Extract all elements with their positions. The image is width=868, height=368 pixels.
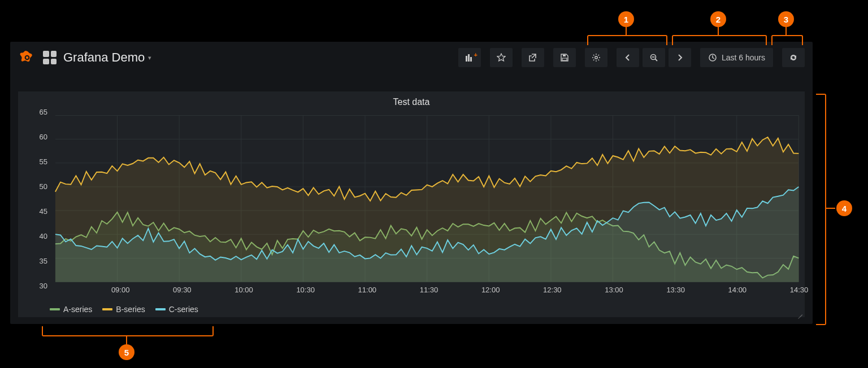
settings-button[interactable] xyxy=(585,48,607,67)
time-range-button[interactable]: Last 6 hours xyxy=(700,48,773,67)
plot-area[interactable] xyxy=(18,112,805,286)
svg-rect-2 xyxy=(466,56,467,62)
svg-point-7 xyxy=(595,56,597,59)
annotation-4: 4 xyxy=(836,200,852,216)
legend-label: A-series xyxy=(63,305,92,314)
save-button[interactable] xyxy=(553,48,576,67)
x-tick: 09:00 xyxy=(111,286,130,294)
annotation-3: 3 xyxy=(778,11,794,27)
x-tick: 09:30 xyxy=(173,286,192,294)
time-back-button[interactable] xyxy=(617,48,639,67)
panel-title[interactable]: Test data xyxy=(18,91,805,109)
caret-down-icon: ▾ xyxy=(148,54,151,62)
annotation-2: 2 xyxy=(710,11,726,27)
x-tick: 12:00 xyxy=(481,286,500,294)
resize-handle-icon[interactable] xyxy=(797,309,802,315)
grafana-logo-icon[interactable] xyxy=(18,49,36,67)
legend-item-c-series[interactable]: C-series xyxy=(155,305,198,314)
x-tick: 10:00 xyxy=(235,286,253,294)
legend-label: C-series xyxy=(169,305,198,314)
legend-swatch xyxy=(50,308,60,310)
legend-swatch xyxy=(155,308,166,310)
svg-point-1 xyxy=(26,56,28,59)
clock-icon xyxy=(708,53,717,62)
svg-rect-3 xyxy=(468,54,470,62)
dashboard-title: Grafana Demo xyxy=(63,50,145,65)
zoom-out-button[interactable] xyxy=(643,48,665,67)
svg-rect-6 xyxy=(563,55,566,56)
time-range-label: Last 6 hours xyxy=(722,53,765,62)
star-button[interactable] xyxy=(490,48,513,67)
svg-rect-5 xyxy=(562,58,567,60)
add-panel-button[interactable]: + xyxy=(458,48,481,67)
time-forward-button[interactable] xyxy=(669,48,691,67)
topbar: Grafana Demo ▾ + xyxy=(10,42,813,73)
plus-icon: + xyxy=(474,51,478,58)
dashboards-icon[interactable] xyxy=(42,50,58,65)
graph-panel: Test data 3035404550556065 09:0009:3010:… xyxy=(18,91,805,317)
svg-rect-4 xyxy=(470,57,472,62)
svg-line-10 xyxy=(655,59,657,62)
legend-swatch xyxy=(102,308,112,310)
x-tick: 14:00 xyxy=(728,286,747,294)
annotation-5: 5 xyxy=(119,344,134,360)
refresh-button[interactable] xyxy=(782,48,805,67)
legend-item-a-series[interactable]: A-series xyxy=(50,305,92,314)
x-tick: 12:30 xyxy=(543,286,562,294)
annotation-1: 1 xyxy=(618,11,634,27)
x-tick: 14:30 xyxy=(790,286,809,294)
x-tick: 11:00 xyxy=(358,286,377,294)
grafana-app: Grafana Demo ▾ + xyxy=(10,42,813,324)
legend: A-seriesB-seriesC-series xyxy=(50,305,198,314)
time-nav-group xyxy=(617,48,691,67)
legend-label: B-series xyxy=(116,305,145,314)
x-tick: 11:30 xyxy=(420,286,439,294)
share-button[interactable] xyxy=(522,48,544,67)
legend-item-b-series[interactable]: B-series xyxy=(102,305,145,314)
x-axis-ticks: 09:0009:3010:0010:3011:0011:3012:0012:30… xyxy=(59,286,799,297)
x-tick: 13:30 xyxy=(666,286,685,294)
dashboard-title-dropdown[interactable]: Grafana Demo ▾ xyxy=(63,50,151,65)
x-tick: 10:30 xyxy=(296,286,315,294)
x-tick: 13:00 xyxy=(605,286,623,294)
